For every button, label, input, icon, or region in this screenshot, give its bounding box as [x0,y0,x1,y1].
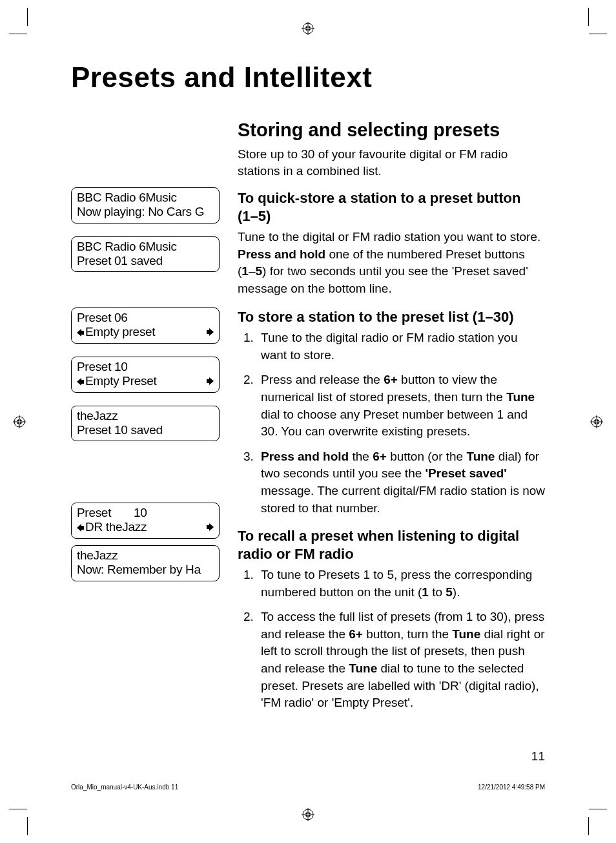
list-item: To access the full list of presets (from… [257,609,545,712]
lcd-display: theJazz Preset 10 saved [71,406,220,442]
page-title: Presets and Intellitext [71,61,545,94]
lcd-display: Preset 10 Empty Preset [71,357,220,393]
arrow-left-icon [77,524,85,532]
arrow-right-icon [205,523,214,531]
registration-mark-icon [302,808,314,821]
lcd-line1: Preset 06 [77,311,214,325]
arrow-right-icon [205,328,214,336]
content-area: Presets and Intellitext BBC Radio 6Music… [71,61,545,782]
body-column: Storing and selecting presets Store up t… [238,120,545,721]
registration-mark-icon [302,22,314,35]
lcd-line1: BBC Radio 6Music [77,240,214,254]
lcd-line1: theJazz [77,548,214,563]
footer-timestamp: 12/21/2012 4:49:58 PM [478,784,545,791]
subsection-heading: To quick-store a station to a preset but… [238,189,545,225]
list-item: Tune to the digital radio or FM radio st… [257,329,545,364]
list-item: Press and hold the 6+ button (or the Tun… [257,448,545,517]
lcd-line2: Now: Remember by Ha [77,563,214,577]
lcd-display: BBC Radio 6Music Now playing: No Cars G [71,187,220,224]
arrow-left-icon [77,378,85,386]
ordered-list: Tune to the digital radio or FM radio st… [238,329,545,517]
lcd-line1: Preset 10 [77,360,214,374]
lcd-display: Preset 10 DR theJazz [71,503,220,539]
subsection-heading: To recall a preset when listening to dig… [238,527,545,563]
lcd-line1: BBC Radio 6Music [77,191,214,205]
lcd-line2: DR theJazz [85,520,147,534]
lcd-line2: Empty Preset [85,374,156,388]
body-paragraph: Tune to the digital or FM radio station … [238,229,545,297]
manual-page: Presets and Intellitext BBC Radio 6Music… [0,0,616,843]
print-footer: Orla_Mio_manual-v4-UK-Aus.indb 11 12/21/… [71,784,545,791]
lcd-line1: theJazz [77,409,214,423]
section-heading: Storing and selecting presets [238,120,545,141]
ordered-list: To tune to Presets 1 to 5, press the cor… [238,567,545,712]
page-number: 11 [531,749,545,764]
lcd-line2: Preset 01 saved [77,254,214,268]
lcd-display: BBC Radio 6Music Preset 01 saved [71,236,220,273]
lcd-display: Preset 06 Empty preset [71,307,220,344]
lcd-line2: Now playing: No Cars G [77,205,214,219]
lcd-line1: Preset 10 [77,506,214,520]
section-intro: Store up to 30 of your favourite digital… [238,146,545,179]
arrow-right-icon [205,377,214,385]
footer-file: Orla_Mio_manual-v4-UK-Aus.indb 11 [71,784,178,791]
registration-mark-icon [13,415,26,428]
subsection-heading: To store a station to the preset list (1… [238,308,545,326]
registration-mark-icon [590,415,603,428]
arrow-left-icon [77,329,85,337]
list-item: To tune to Presets 1 to 5, press the cor… [257,567,545,601]
lcd-line2: Empty preset [85,325,155,338]
lcd-display: theJazz Now: Remember by Ha [71,545,220,581]
lcd-examples-column: BBC Radio 6Music Now playing: No Cars G … [71,120,220,721]
list-item: Press and release the 6+ button to view … [257,371,545,440]
lcd-line2: Preset 10 saved [77,423,214,437]
